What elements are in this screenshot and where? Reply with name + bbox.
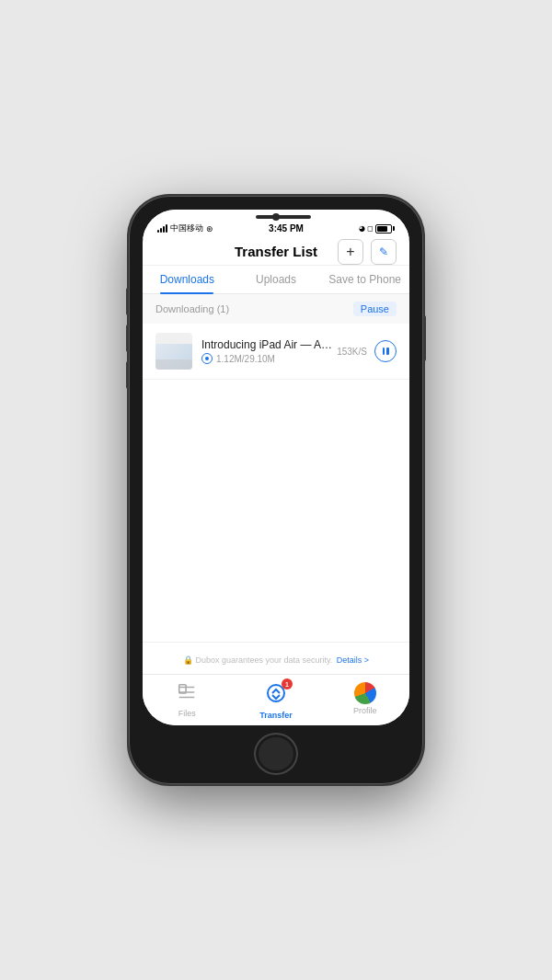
file-progress-row: 1.12M/29.10M	[201, 353, 337, 364]
status-right: ◕ ◻	[359, 224, 395, 234]
speaker-bar	[256, 215, 311, 219]
tab-save-to-phone[interactable]: Save to Phone	[320, 266, 409, 293]
header-actions: + ✎	[338, 239, 397, 265]
home-button[interactable]	[254, 733, 298, 775]
alarm-icon: ◻	[367, 224, 374, 233]
signal-icon	[157, 224, 167, 233]
progress-icon	[201, 353, 213, 364]
notch-row	[155, 215, 397, 219]
battery-icon	[375, 224, 395, 234]
tab-uploads[interactable]: Uploads	[232, 266, 321, 293]
nav-transfer-label: Transfer	[259, 711, 293, 720]
phone-device: 中国移动 ⊛ 3:45 PM ◕ ◻ Transfer Li	[129, 196, 423, 784]
pause-all-button[interactable]: Pause	[353, 302, 397, 316]
status-bar: 中国移动 ⊛ 3:45 PM ◕ ◻	[155, 222, 397, 238]
phone-screen: 中国移动 ⊛ 3:45 PM ◕ ◻ Transfer Li	[143, 210, 409, 725]
profile-icon	[354, 682, 376, 704]
status-left: 中国移动 ⊛	[157, 222, 213, 234]
shield-icon: 🔒	[183, 655, 196, 665]
content-area	[143, 380, 409, 642]
nav-files[interactable]: Files	[143, 675, 232, 725]
files-icon	[177, 682, 197, 707]
carrier-label: 中国移动	[170, 222, 203, 234]
time-display: 3:45 PM	[269, 223, 304, 234]
details-link[interactable]: Details >	[337, 655, 369, 665]
battery-tip	[393, 226, 395, 231]
camera-dot	[272, 213, 280, 221]
checkmark-icon: ✎	[379, 245, 388, 258]
pause-icon	[383, 348, 389, 355]
wifi-icon: ⊛	[206, 224, 213, 234]
avatar	[354, 682, 376, 704]
nav-files-label: Files	[178, 709, 196, 718]
file-size: 1.12M/29.10M	[216, 354, 275, 364]
nav-profile[interactable]: Profile	[320, 675, 409, 725]
thumbnail-image	[155, 344, 192, 370]
app-header: Transfer List + ✎	[143, 238, 409, 266]
battery-body	[375, 224, 392, 234]
edit-button[interactable]: ✎	[371, 239, 397, 265]
location-icon: ◕	[359, 224, 365, 233]
file-name: Introducing iPad Air — Apple.mp4	[201, 338, 337, 351]
tab-downloads[interactable]: Downloads	[143, 266, 232, 293]
battery-fill	[377, 226, 387, 232]
nav-transfer[interactable]: 1 Transfer	[232, 675, 321, 725]
top-bar: 中国移动 ⊛ 3:45 PM ◕ ◻	[143, 210, 409, 238]
section-header: Downloading (1) Pause	[143, 294, 409, 324]
page-title: Transfer List	[235, 244, 317, 259]
file-speed: 153K/S	[337, 347, 367, 357]
transfer-badge: 1	[282, 678, 293, 689]
security-text: Dubox guarantees your data security.	[195, 655, 332, 665]
file-info: Introducing iPad Air — Apple.mp4 1.12M/2…	[201, 338, 337, 364]
tab-bar: Downloads Uploads Save to Phone	[143, 266, 409, 294]
security-footer: 🔒 Dubox guarantees your data security. D…	[143, 642, 409, 674]
nav-profile-label: Profile	[353, 706, 377, 715]
file-thumbnail	[155, 333, 192, 370]
file-item: Introducing iPad Air — Apple.mp4 1.12M/2…	[143, 324, 409, 380]
add-button[interactable]: +	[338, 239, 363, 265]
pause-file-button[interactable]	[374, 340, 397, 362]
section-title: Downloading (1)	[155, 303, 229, 314]
transfer-icon: 1	[265, 682, 287, 709]
bottom-nav: Files 1 Transfer Profile	[143, 674, 409, 725]
